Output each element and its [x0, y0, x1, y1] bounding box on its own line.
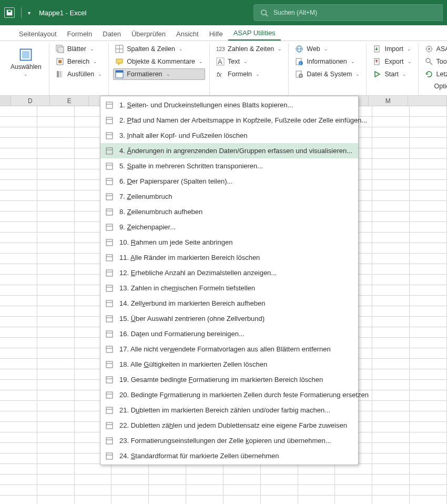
menu-item-icon [105, 406, 114, 415]
tab-ansicht[interactable]: Ansicht [171, 27, 204, 41]
menu-item-12[interactable]: 12. Erhebliche Anzahl an Dezimalstellen … [100, 265, 358, 280]
tab-ueberpruefen[interactable]: Überprüfen [126, 27, 171, 41]
svg-rect-69 [106, 361, 113, 368]
menu-item-icon [105, 314, 114, 324]
menu-item-icon [105, 162, 114, 171]
text-button[interactable]: AText⌄ [214, 56, 284, 67]
menu-item-2[interactable]: 2. Pfad und Namen der Arbeitsmappe in Ko… [100, 113, 358, 128]
format-dropdown-menu: 1. Seiten- und Druckeinstellungen eines … [100, 96, 359, 465]
menu-item-label: 14. Zellverbund im markierten Bereich au… [119, 299, 266, 307]
column-header[interactable]: E [50, 96, 89, 106]
tab-0[interactable] [3, 35, 14, 41]
svg-rect-49 [106, 209, 113, 215]
search-box[interactable]: Suchen (Alt+M) [253, 4, 443, 21]
last-tool-button[interactable]: Letztes Tool ern [423, 68, 447, 80]
menu-item-icon [105, 329, 114, 339]
menu-item-icon [105, 177, 114, 186]
menu-item-3[interactable]: 3. Inhalt aller Kopf- und Fußzeilen lösc… [100, 128, 358, 143]
menu-item-8[interactable]: 8. Zeilenumbruch aufheben [100, 204, 358, 219]
menu-item-16[interactable]: 16. Daten und Formatierung bereinigen... [100, 326, 358, 341]
menu-item-18[interactable]: 18. Alle Gültigkeiten in markierten Zell… [100, 357, 358, 372]
fill-button[interactable]: Ausfüllen⌄ [54, 68, 104, 80]
menu-item-23[interactable]: 23. Formatierungseinstellungen der Zelle… [100, 433, 358, 448]
select-all-cell[interactable] [0, 96, 11, 106]
menu-item-5[interactable]: 5. Spalte in mehreren Schritten transpon… [100, 158, 358, 174]
group-select: Auswählen ⌄ [3, 43, 49, 95]
menu-item-22[interactable]: 22. Dubletten zählen und jedem Dubletten… [100, 418, 358, 433]
column-header[interactable]: M [369, 96, 408, 106]
menu-item-label: 23. Formatierungseinstellungen der Zelle… [119, 437, 331, 445]
group-sheets: Blätter⌄ Bereich⌄ Ausfüllen⌄ [49, 43, 109, 95]
start-button[interactable]: Start⌄ [371, 68, 413, 80]
save-icon[interactable] [4, 7, 15, 18]
svg-rect-61 [106, 300, 113, 307]
menu-item-6[interactable]: 6. Der Papiersparer (Spalten teilen)... [100, 174, 358, 189]
menu-item-11[interactable]: 11. Alle Ränder im markierten Bereich lö… [100, 250, 358, 265]
menu-item-label: 4. Änderungen in angrenzenden Daten/Grup… [119, 147, 352, 155]
svg-rect-39 [106, 133, 113, 139]
menu-item-9[interactable]: 9. Zeichenpapier... [100, 219, 358, 235]
window-title: Mappe1 - Excel [39, 9, 86, 17]
menu-item-icon [105, 451, 114, 461]
menu-item-10[interactable]: 10. Rahmen um jede Seite anbringen [100, 235, 358, 250]
file-system-button[interactable]: Datei & System⌄ [293, 68, 362, 80]
find-tool-button[interactable]: Tool finden und [423, 56, 447, 67]
range-button[interactable]: Bereich⌄ [54, 56, 104, 67]
menu-item-label: 13. Zahlen in chemischen Formeln tiefste… [119, 284, 255, 292]
qat-dropdown-icon[interactable]: ▾ [28, 10, 31, 16]
columns-rows-button[interactable]: Spalten & Zeilen⌄ [113, 43, 205, 55]
import-button[interactable]: Import⌄ [371, 43, 413, 55]
menu-item-20[interactable]: 20. Bedingte Formatierung in markierten … [100, 387, 358, 402]
select-icon [18, 47, 33, 62]
menu-item-15[interactable]: 15. Über Auswahl zentrieren (ohne Zellve… [100, 311, 358, 326]
numbers-times-button[interactable]: 123Zahlen & Zeiten⌄ [214, 43, 284, 55]
menu-item-label: 11. Alle Ränder im markierten Bereich lö… [119, 254, 260, 261]
options-settings-button[interactable]: Optionen und Ein [423, 81, 447, 92]
objects-comments-button[interactable]: Objekte & Kommentare⌄ [113, 56, 205, 67]
sheets-button[interactable]: Blätter⌄ [54, 43, 104, 55]
asap-options-button[interactable]: ASAP Utilities O [423, 43, 447, 55]
tab-hilfe[interactable]: Hilfe [204, 27, 228, 41]
information-button[interactable]: iInformationen⌄ [293, 56, 362, 67]
group-columns: Spalten & Zeilen⌄ Objekte & Kommentare⌄ … [109, 43, 210, 95]
tab-daten[interactable]: Daten [97, 27, 126, 41]
group-web: Web⌄ iInformationen⌄ Datei & System⌄ [289, 43, 367, 95]
web-button[interactable]: Web⌄ [293, 43, 362, 55]
menu-item-icon [105, 421, 114, 430]
svg-text:A: A [218, 58, 222, 66]
export-button[interactable]: Export⌄ [371, 56, 413, 67]
menu-item-1[interactable]: 1. Seiten- und Druckeinstellungen eines … [100, 97, 358, 113]
svg-rect-55 [106, 255, 113, 261]
svg-rect-79 [106, 438, 113, 444]
menu-item-21[interactable]: 21. Dubletten im markierten Bereich zähl… [100, 402, 358, 418]
menu-item-13[interactable]: 13. Zahlen in chemischen Formeln tiefste… [100, 280, 358, 296]
menu-item-icon [105, 390, 114, 400]
menu-item-24[interactable]: 24. Standardformat für markierte Zellen … [100, 448, 358, 463]
tab-seitenlayout[interactable]: Seitenlayout [14, 27, 62, 41]
menu-item-4[interactable]: 4. Änderungen in angrenzenden Daten/Grup… [100, 143, 358, 158]
menu-item-7[interactable]: 7. Zeilenumbruch [100, 189, 358, 204]
svg-point-0 [261, 9, 266, 14]
formulas-button[interactable]: fxFormeln⌄ [214, 68, 284, 80]
svg-rect-10 [62, 71, 63, 77]
column-header[interactable] [408, 96, 447, 106]
menu-item-label: 1. Seiten- und Druckeinstellungen eines … [119, 101, 293, 109]
format-button[interactable]: Formatieren⌄ [113, 68, 205, 80]
menu-item-icon [105, 100, 114, 110]
quick-access-toolbar: ▾ [4, 7, 31, 18]
svg-rect-47 [106, 194, 113, 200]
column-header[interactable]: D [11, 96, 50, 106]
menu-item-19[interactable]: 19. Gesamte bedingte Formatierung im mar… [100, 372, 358, 387]
tab-asap-utilities[interactable]: ASAP Utilities [228, 26, 281, 41]
menu-item-label: 9. Zeichenpapier... [119, 223, 176, 231]
menu-item-17[interactable]: 17. Alle nicht verwendete Formatvorlagen… [100, 341, 358, 357]
svg-rect-35 [106, 102, 113, 108]
svg-rect-63 [106, 316, 113, 322]
menu-item-label: 24. Standardformat für markierte Zellen … [119, 452, 279, 460]
tab-formeln[interactable]: Formeln [62, 27, 98, 41]
svg-text:fx: fx [217, 71, 222, 78]
menu-item-14[interactable]: 14. Zellverbund im markierten Bereich au… [100, 296, 358, 311]
menu-item-icon [105, 223, 114, 232]
select-button[interactable]: Auswählen ⌄ [7, 45, 45, 79]
svg-rect-14 [116, 59, 123, 63]
